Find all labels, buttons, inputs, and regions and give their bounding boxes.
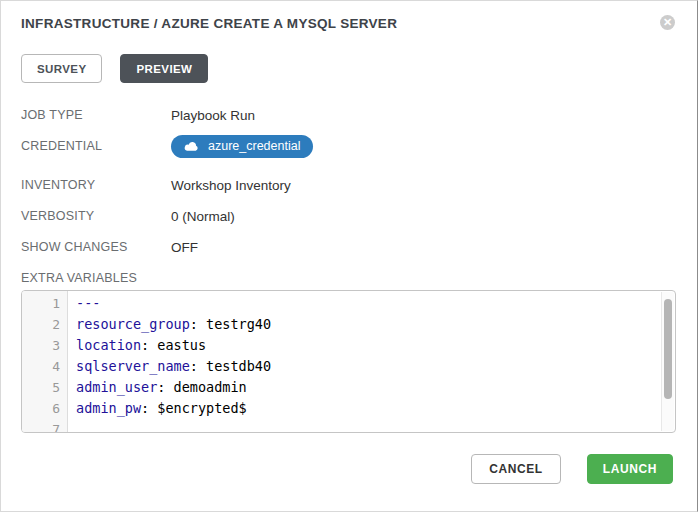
page-title: INFRASTRUCTURE / AZURE CREATE A MYSQL SE… (21, 15, 677, 33)
show-changes-label: SHOW CHANGES (21, 240, 171, 255)
modal-header: INFRASTRUCTURE / AZURE CREATE A MYSQL SE… (21, 15, 677, 33)
line-number: 4 (22, 356, 68, 377)
tab-survey[interactable]: SURVEY (21, 54, 102, 83)
cloud-icon (184, 141, 199, 152)
code-line: 1 --- (22, 293, 675, 314)
field-row-inventory: INVENTORY Workshop Inventory (21, 178, 677, 193)
verbosity-label: VERBOSITY (21, 209, 171, 224)
editor-scrollbar-track[interactable] (661, 292, 674, 431)
show-changes-value: OFF (171, 240, 198, 255)
verbosity-value: 0 (Normal) (171, 209, 235, 224)
job-launch-preview-modal: INFRASTRUCTURE / AZURE CREATE A MYSQL SE… (1, 1, 697, 511)
yaml-doc-start: --- (76, 295, 100, 311)
yaml-key: location (76, 337, 141, 353)
yaml-value: demoadmin (174, 379, 247, 395)
launch-button[interactable]: LAUNCH (587, 454, 673, 484)
field-row-verbosity: VERBOSITY 0 (Normal) (21, 209, 677, 224)
yaml-value: eastus (157, 337, 206, 353)
editor-code: 1 --- 2 resource_group: testrg40 3 locat… (22, 291, 675, 433)
field-row-job-type: JOB TYPE Playbook Run (21, 108, 677, 123)
editor-scrollbar-thumb[interactable] (664, 299, 672, 399)
field-row-credential: CREDENTIAL azure_credential (21, 139, 677, 158)
yaml-value: $encrypted$ (157, 400, 246, 416)
credential-badge-label: azure_credential (208, 135, 300, 158)
field-row-show-changes: SHOW CHANGES OFF (21, 240, 677, 255)
inventory-label: INVENTORY (21, 178, 171, 193)
job-type-value: Playbook Run (171, 108, 255, 123)
extra-variables-editor[interactable]: 1 --- 2 resource_group: testrg40 3 locat… (21, 290, 676, 433)
inventory-value: Workshop Inventory (171, 178, 291, 193)
modal-footer: CANCEL LAUNCH (471, 454, 673, 484)
credential-label: CREDENTIAL (21, 139, 171, 154)
line-number: 1 (22, 293, 68, 314)
line-number: 5 (22, 377, 68, 398)
cancel-button[interactable]: CANCEL (471, 454, 561, 484)
line-number: 6 (22, 398, 68, 419)
tab-preview[interactable]: PREVIEW (120, 54, 208, 83)
yaml-key: resource_group (76, 316, 190, 332)
yaml-value: testrg40 (206, 316, 271, 332)
code-line: 6 admin_pw: $encrypted$ (22, 398, 675, 419)
job-type-label: JOB TYPE (21, 108, 171, 123)
extra-variables-label: EXTRA VARIABLES (21, 271, 677, 286)
line-number: 7 (22, 419, 68, 433)
yaml-value: testdb40 (206, 358, 271, 374)
yaml-key: admin_user (76, 379, 157, 395)
code-line: 5 admin_user: demoadmin (22, 377, 675, 398)
line-number: 3 (22, 335, 68, 356)
credential-badge[interactable]: azure_credential (171, 135, 313, 158)
code-line: 7 (22, 419, 675, 433)
code-line: 3 location: eastus (22, 335, 675, 356)
yaml-key: admin_pw (76, 400, 141, 416)
close-icon[interactable]: ✕ (660, 15, 675, 30)
line-number: 2 (22, 314, 68, 335)
yaml-key: sqlserver_name (76, 358, 190, 374)
code-line: 4 sqlserver_name: testdb40 (22, 356, 675, 377)
field-list: JOB TYPE Playbook Run CREDENTIAL azure_c… (21, 108, 677, 255)
code-line: 2 resource_group: testrg40 (22, 314, 675, 335)
tab-bar: SURVEY PREVIEW (21, 54, 677, 83)
